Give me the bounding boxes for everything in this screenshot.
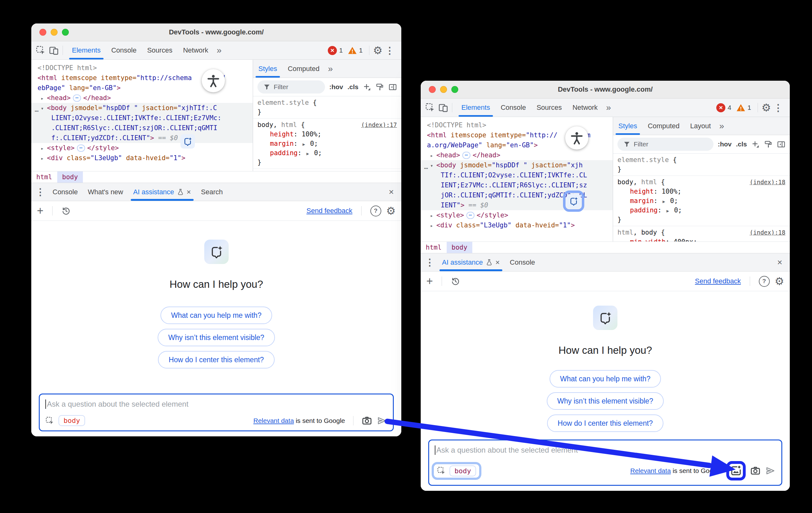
css-rule-html-body-clipped[interactable]: html, body { (index):17 xyxy=(253,169,401,171)
drawer-tab-console[interactable]: Console xyxy=(505,253,540,271)
more-tabs-icon[interactable]: » xyxy=(716,121,728,131)
minimize-window-button[interactable] xyxy=(51,29,58,36)
drawer-menu-icon[interactable]: ⋮ xyxy=(33,187,48,197)
tab-network[interactable]: Network xyxy=(567,98,603,117)
error-badge[interactable]: ×4 xyxy=(716,103,731,112)
error-badge[interactable]: ×1 xyxy=(328,46,343,55)
css-rule-element-style[interactable]: element.style { } xyxy=(613,153,790,176)
tab-computed[interactable]: Computed xyxy=(283,60,325,78)
history-icon[interactable] xyxy=(451,277,460,286)
ai-assistance-badge-icon[interactable] xyxy=(180,134,195,149)
toggle-hov-button[interactable]: :hov xyxy=(329,83,343,91)
help-icon[interactable]: ? xyxy=(759,276,770,287)
drawer-tab-console[interactable]: Console xyxy=(48,183,83,201)
dom-line[interactable]: IENT;Ez7VMc:.CLIENT;R6Slyc:.CLIENT;sz xyxy=(421,180,613,190)
settings-gear-icon[interactable]: ⚙ xyxy=(373,45,382,56)
kebab-menu-icon[interactable]: ⋮ xyxy=(771,102,785,113)
new-style-rule-icon[interactable] xyxy=(751,140,760,149)
settings-gear-icon[interactable]: ⚙ xyxy=(775,276,784,287)
styles-filter-input[interactable]: Filter xyxy=(617,138,714,151)
tab-styles[interactable]: Styles xyxy=(253,60,283,78)
close-window-button[interactable] xyxy=(39,29,46,36)
selected-element-chip[interactable]: body xyxy=(58,415,85,426)
css-rule-body-html[interactable]: body, html { (index):18 height: 100%; ma… xyxy=(613,176,790,226)
drawer-tab-search[interactable]: Search xyxy=(196,183,228,201)
maximize-window-button[interactable] xyxy=(62,29,69,36)
inspect-icon[interactable] xyxy=(437,466,446,475)
ai-prompt-input[interactable]: Ask a question about the selected elemen… xyxy=(39,394,394,431)
suggestion-how-center[interactable]: How do I center this element? xyxy=(158,351,274,369)
device-toolbar-icon[interactable] xyxy=(49,45,59,55)
tab-network[interactable]: Network xyxy=(178,41,214,59)
inspect-icon[interactable] xyxy=(425,103,435,113)
stylesheet-source-link[interactable]: (index):18 xyxy=(750,229,785,236)
ai-assistance-badge-icon[interactable] xyxy=(567,194,581,208)
selected-element-chip[interactable]: body xyxy=(450,465,476,476)
paint-roller-icon[interactable] xyxy=(764,140,773,149)
tab-sources[interactable]: Sources xyxy=(142,41,178,59)
new-style-rule-icon[interactable] xyxy=(363,83,371,91)
relevant-data-link[interactable]: Relevant data xyxy=(630,467,671,474)
warning-badge[interactable]: 1 xyxy=(348,46,363,55)
dom-line[interactable]: ▸<head>⋯</head> xyxy=(31,93,253,103)
tab-elements[interactable]: Elements xyxy=(456,98,495,117)
close-drawer-icon[interactable]: × xyxy=(383,187,400,197)
settings-gear-icon[interactable]: ⚙ xyxy=(762,102,771,113)
new-chat-icon[interactable]: + xyxy=(426,276,433,287)
dom-line[interactable]: ▸<style>⋯</style> xyxy=(31,143,253,153)
more-tabs-icon[interactable]: » xyxy=(603,103,614,113)
css-rule-html-body[interactable]: html, body { (index):18 min-width: 400px… xyxy=(613,226,790,241)
breadcrumb-html[interactable]: html xyxy=(421,242,447,253)
close-tab-icon[interactable]: × xyxy=(187,188,191,196)
tab-elements[interactable]: Elements xyxy=(67,41,106,59)
sidebar-panel-icon[interactable] xyxy=(777,140,785,149)
add-image-icon[interactable] xyxy=(730,465,742,477)
help-icon[interactable]: ? xyxy=(370,205,381,217)
dom-line-selected[interactable]: ▾<body jsmodel="hspDDf " jsaction="xjh xyxy=(421,160,613,170)
dom-line-selected[interactable]: ▾<body jsmodel="hspDDf " jsaction="xjhTI… xyxy=(31,103,253,113)
relevant-data-link[interactable]: Relevant data xyxy=(253,417,294,424)
drawer-menu-icon[interactable]: ⋮ xyxy=(423,257,437,268)
close-drawer-icon[interactable]: × xyxy=(772,257,788,267)
dom-line[interactable]: ▸<div class="L3eUgb" data-hveid="1"> xyxy=(31,153,253,163)
css-rule-element-style[interactable]: element.style { } xyxy=(253,96,401,118)
send-prompt-icon[interactable] xyxy=(765,465,776,476)
dom-line[interactable]: ▸<head>⋯</head> xyxy=(421,150,613,160)
kebab-menu-icon[interactable]: ⋮ xyxy=(382,45,397,56)
tab-console[interactable]: Console xyxy=(106,41,142,59)
paint-roller-icon[interactable] xyxy=(376,83,384,91)
node-menu-dots-icon[interactable]: ⋯ xyxy=(32,106,41,116)
tab-sources[interactable]: Sources xyxy=(531,98,567,117)
breadcrumb-body[interactable]: body xyxy=(447,242,473,253)
close-window-button[interactable] xyxy=(429,86,436,93)
send-feedback-link[interactable]: Send feedback xyxy=(695,277,741,285)
drawer-tab-ai-assistance[interactable]: AI assistance × xyxy=(437,253,505,271)
device-toolbar-icon[interactable] xyxy=(438,103,448,113)
ai-prompt-input[interactable]: Ask a question about the selected elemen… xyxy=(428,439,782,486)
suggestion-how-center[interactable]: How do I center this element? xyxy=(547,415,663,432)
sidebar-panel-icon[interactable] xyxy=(388,83,397,91)
send-feedback-link[interactable]: Send feedback xyxy=(307,207,352,215)
new-chat-icon[interactable]: + xyxy=(37,205,44,217)
suggestion-why-not-visible[interactable]: Why isn’t this element visible? xyxy=(547,392,664,410)
tab-computed[interactable]: Computed xyxy=(642,117,685,135)
css-rule-body-html[interactable]: body, html { (index):17 height: 100%; ma… xyxy=(253,118,401,169)
dom-line[interactable]: TIf:.CLIENT;O2vyse:.CLIENT;IVKTfe:.CL xyxy=(421,170,613,180)
breadcrumb-html[interactable]: html xyxy=(31,171,57,183)
tab-styles[interactable]: Styles xyxy=(613,117,642,135)
dom-line[interactable]: ▸<div class="L3eUgb" data-hveid="1"> xyxy=(421,220,613,230)
styles-filter-input[interactable]: Filter xyxy=(257,80,325,93)
node-menu-dots-icon[interactable]: ⋯ xyxy=(421,163,431,173)
drawer-tab-ai-assistance[interactable]: AI assistance × xyxy=(128,183,196,201)
inspect-icon[interactable] xyxy=(45,416,54,425)
stylesheet-source-link[interactable]: (index):18 xyxy=(750,179,785,186)
maximize-window-button[interactable] xyxy=(451,86,458,93)
screenshot-camera-icon[interactable] xyxy=(361,416,372,426)
breadcrumb-body[interactable]: body xyxy=(57,171,83,183)
stylesheet-source-link[interactable]: (index):17 xyxy=(361,121,397,128)
toggle-cls-button[interactable]: .cls xyxy=(736,140,747,148)
suggestion-what-can-you-help[interactable]: What can you help me with? xyxy=(161,307,272,324)
toggle-cls-button[interactable]: .cls xyxy=(348,83,358,91)
close-tab-icon[interactable]: × xyxy=(495,258,500,267)
more-tabs-icon[interactable]: » xyxy=(325,64,336,74)
